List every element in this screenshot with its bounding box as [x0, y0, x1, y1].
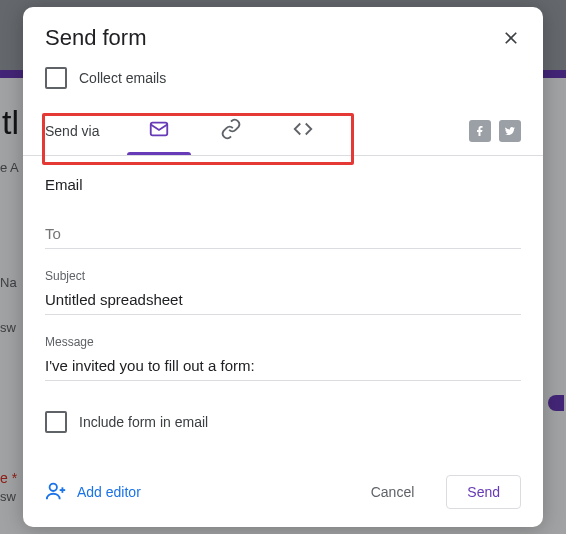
include-form-checkbox[interactable] — [45, 411, 67, 433]
to-field[interactable] — [45, 219, 521, 249]
send-form-dialog: Send form Collect emails Send via — [23, 7, 543, 527]
tab-embed[interactable] — [267, 107, 339, 155]
link-icon — [220, 118, 242, 144]
twitter-icon[interactable] — [499, 120, 521, 142]
mail-icon — [148, 118, 170, 144]
dialog-title: Send form — [45, 25, 147, 51]
tab-link[interactable] — [195, 107, 267, 155]
include-form-label: Include form in email — [79, 414, 208, 430]
code-icon — [292, 118, 314, 144]
add-editor-button[interactable]: Add editor — [45, 480, 141, 505]
subject-label: Subject — [45, 269, 521, 283]
tab-email[interactable] — [123, 107, 195, 155]
send-via-label: Send via — [45, 123, 99, 139]
close-icon[interactable] — [501, 28, 521, 48]
subject-field[interactable] — [45, 285, 521, 315]
collect-emails-checkbox[interactable] — [45, 67, 67, 89]
message-label: Message — [45, 335, 521, 349]
add-editor-label: Add editor — [77, 484, 141, 500]
facebook-icon[interactable] — [469, 120, 491, 142]
include-form-row: Include form in email — [45, 401, 521, 433]
send-via-row: Send via — [23, 107, 543, 156]
add-editor-icon — [45, 480, 67, 505]
svg-point-1 — [50, 483, 57, 490]
collect-emails-row: Collect emails — [23, 61, 543, 107]
send-button[interactable]: Send — [446, 475, 521, 509]
email-section-title: Email — [45, 176, 521, 193]
collect-emails-label: Collect emails — [79, 70, 166, 86]
cancel-button[interactable]: Cancel — [351, 476, 435, 508]
message-field[interactable] — [45, 351, 521, 381]
